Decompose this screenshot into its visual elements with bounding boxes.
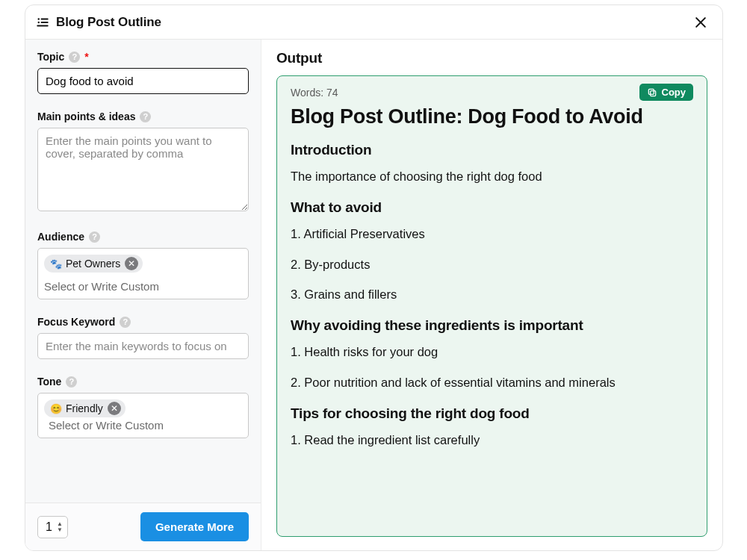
chevron-down-icon[interactable]: ▼	[57, 527, 63, 533]
label-tone-text: Tone	[37, 376, 61, 388]
word-count: Words: 74	[291, 87, 338, 99]
doc-li: 2. Poor nutrition and lack of essential …	[291, 373, 693, 392]
modal-body: Topic ? * Main points & ideas ? Audi	[25, 40, 722, 550]
output-panel: Output Words: 74 Copy Blog Post Outline:…	[261, 40, 722, 550]
doc-p: The importance of choosing the right dog…	[291, 167, 693, 186]
outline-icon	[36, 16, 49, 29]
copy-icon	[647, 87, 657, 98]
input-panel-footer: 1 ▲ ▼ Generate More	[25, 503, 261, 550]
focus-keyword-input[interactable]	[37, 333, 249, 359]
tone-placeholder: Select or Write Custom	[49, 419, 164, 432]
doc-h2-tips: Tips for choosing the right dog food	[291, 405, 693, 422]
topic-input[interactable]	[37, 68, 249, 94]
remove-chip-button[interactable]: ✕	[108, 402, 121, 415]
help-icon[interactable]: ?	[140, 111, 151, 122]
close-button[interactable]	[692, 14, 709, 31]
svg-rect-7	[650, 90, 655, 96]
quantity-stepper[interactable]: 1 ▲ ▼	[37, 516, 68, 538]
help-icon[interactable]: ?	[66, 376, 77, 388]
label-topic: Topic ? *	[37, 51, 249, 63]
modal-header: Blog Post Outline	[25, 5, 722, 40]
label-audience: Audience ?	[37, 231, 249, 243]
copy-button-label: Copy	[662, 87, 686, 98]
tone-input[interactable]: 😊 Friendly ✕ Select or Write Custom	[37, 393, 249, 438]
main-points-input[interactable]	[37, 128, 249, 211]
fields: Topic ? * Main points & ideas ? Audi	[25, 40, 261, 503]
required-indicator: *	[84, 51, 88, 63]
quantity-value: 1	[46, 520, 52, 534]
audience-chip-label: Pet Owners	[66, 258, 120, 270]
tone-chip: 😊 Friendly ✕	[44, 399, 125, 417]
field-tone: Tone ? 😊 Friendly ✕ Select or Write Cust…	[37, 376, 249, 438]
help-icon[interactable]: ?	[120, 317, 131, 328]
svg-rect-8	[648, 89, 654, 94]
doc-li: 3. Grains and fillers	[291, 285, 693, 304]
help-icon[interactable]: ?	[69, 52, 80, 63]
doc-h2-why: Why avoiding these ingredients is import…	[291, 317, 693, 334]
label-tone: Tone ?	[37, 376, 249, 388]
label-audience-text: Audience	[37, 231, 84, 243]
quantity-spin: ▲ ▼	[57, 521, 63, 533]
generate-button[interactable]: Generate More	[140, 512, 249, 541]
label-topic-text: Topic	[37, 51, 64, 63]
output-card-header: Words: 74 Copy	[291, 84, 693, 101]
output-title: Output	[276, 50, 707, 66]
label-main-points: Main points & ideas ?	[37, 111, 249, 122]
doc-li: 1. Read the ingredient list carefully	[291, 431, 693, 449]
audience-placeholder: Select or Write Custom	[44, 280, 242, 293]
copy-button[interactable]: Copy	[639, 84, 694, 101]
label-main-points-text: Main points & ideas	[37, 111, 135, 122]
input-panel: Topic ? * Main points & ideas ? Audi	[25, 40, 261, 550]
audience-chip: 🐾 Pet Owners ✕	[44, 255, 143, 273]
page-title: Blog Post Outline	[56, 15, 692, 30]
field-audience: Audience ? 🐾 Pet Owners ✕ Select or Writ…	[37, 231, 249, 299]
svg-point-2	[38, 22, 40, 23]
doc-li: 1. Health risks for your dog	[291, 343, 693, 361]
label-focus-keyword-text: Focus Keyword	[37, 316, 115, 328]
svg-point-0	[38, 18, 40, 19]
output-card: Words: 74 Copy Blog Post Outline: Dog Fo…	[276, 75, 707, 537]
field-focus-keyword: Focus Keyword ?	[37, 316, 249, 359]
output-document: Blog Post Outline: Dog Food to Avoid Int…	[291, 105, 693, 449]
doc-li: 2. By-products	[291, 255, 693, 274]
doc-h2-avoid: What to avoid	[291, 199, 693, 216]
label-focus-keyword: Focus Keyword ?	[37, 316, 249, 328]
remove-chip-button[interactable]: ✕	[125, 257, 138, 270]
close-icon	[693, 15, 708, 30]
tone-chip-label: Friendly	[66, 402, 103, 414]
smile-icon: 😊	[50, 403, 62, 414]
doc-h1: Blog Post Outline: Dog Food to Avoid	[291, 105, 693, 128]
audience-input[interactable]: 🐾 Pet Owners ✕ Select or Write Custom	[37, 248, 249, 299]
modal: Blog Post Outline Topic ? *	[25, 4, 723, 551]
doc-li: 1. Artificial Preservatives	[291, 225, 693, 243]
help-icon[interactable]: ?	[89, 231, 100, 243]
paw-icon: 🐾	[50, 258, 62, 270]
field-topic: Topic ? *	[37, 51, 249, 94]
doc-h2-intro: Introduction	[291, 142, 693, 158]
field-main-points: Main points & ideas ?	[37, 111, 249, 214]
